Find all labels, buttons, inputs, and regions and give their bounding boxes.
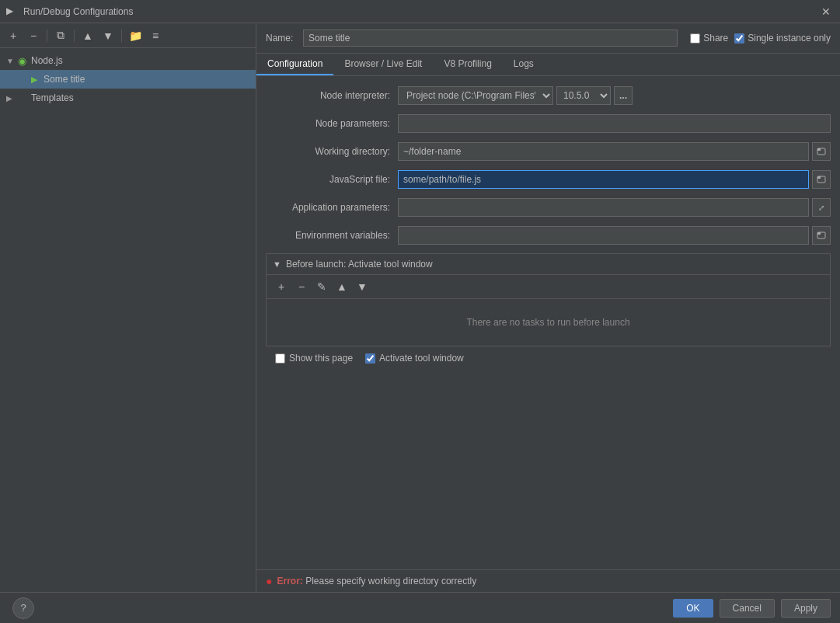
before-launch-section: ▼ Before launch: Activate tool window + … — [266, 253, 831, 346]
form-input-wrap-environment-variables — [398, 226, 831, 245]
tree-node-icon — [16, 92, 28, 104]
form-input-wrap-application-parameters: ⤢ — [398, 198, 831, 217]
environment-variables-input[interactable] — [398, 226, 809, 245]
form-input-wrap-javascript-file — [398, 170, 831, 189]
help-button[interactable]: ? — [12, 597, 34, 619]
tab-content: Node interpreter:Project node (C:\Progra… — [256, 76, 840, 569]
tabs-bar: ConfigurationBrowser / Live EditV8 Profi… — [256, 54, 840, 76]
node-version-dropdown[interactable]: 10.5.0 — [556, 86, 611, 105]
before-launch-title: Before launch: Activate tool window — [286, 259, 433, 270]
toolbar-separator-2 — [74, 30, 75, 42]
share-label[interactable]: Share — [703, 33, 728, 44]
left-panel: + − ⧉ ▲ ▼ 📁 ≡ ▼ ◉ Node.js ▶ Some title ▶… — [0, 23, 256, 592]
before-launch-header[interactable]: ▼ Before launch: Activate tool window — [267, 254, 830, 275]
tab-v8-profiling[interactable]: V8 Profiling — [433, 54, 502, 75]
tab-logs[interactable]: Logs — [503, 54, 545, 75]
error-bold-label: Error: — [277, 576, 302, 586]
ok-button[interactable]: OK — [673, 599, 713, 618]
error-message: Please specify working directory correct… — [305, 576, 476, 586]
check-item-activate-tool-window: Activate tool window — [365, 353, 464, 364]
form-row-node-interpreter: Node interpreter:Project node (C:\Progra… — [266, 85, 831, 106]
tree-node-label: Templates — [31, 92, 74, 103]
more-button[interactable]: ... — [614, 86, 633, 105]
toolbar-separator-3 — [121, 30, 122, 42]
name-row: Name: Share Single instance only — [256, 23, 840, 54]
copy-config-button[interactable]: ⧉ — [52, 27, 69, 44]
tree-node-nodejs[interactable]: ▼ ◉ Node.js — [0, 51, 256, 70]
main-layout: + − ⧉ ▲ ▼ 📁 ≡ ▼ ◉ Node.js ▶ Some title ▶… — [0, 23, 840, 592]
before-launch-toolbar: + − ✎ ▲ ▼ — [267, 275, 830, 299]
form-input-wrap-working-directory — [398, 142, 831, 161]
before-launch-add-button[interactable]: + — [273, 278, 290, 295]
form-label-node-interpreter: Node interpreter: — [266, 90, 398, 101]
form-label-application-parameters: Application parameters: — [266, 202, 398, 213]
error-icon: ● — [266, 575, 272, 587]
bottom-checks: Show this pageActivate tool window — [266, 346, 831, 370]
title-bar: ▶ Run/Debug Configurations ✕ — [0, 0, 840, 23]
app-icon: ▶ — [6, 5, 19, 18]
activate-tool-window-label[interactable]: Activate tool window — [379, 353, 464, 364]
right-panel: Name: Share Single instance only Configu… — [256, 23, 840, 592]
before-launch-down-button[interactable]: ▼ — [354, 278, 371, 295]
apply-button[interactable]: Apply — [781, 599, 831, 618]
check-item-show-this-page: Show this page — [275, 353, 353, 364]
environment-variables-browse-button[interactable] — [812, 226, 831, 245]
open-folder-button[interactable]: 📁 — [127, 27, 144, 44]
tab-browser-live-edit[interactable]: Browser / Live Edit — [333, 54, 433, 75]
bottom-bar: ? OK Cancel Apply — [0, 592, 840, 623]
node-parameters-input[interactable] — [398, 114, 831, 133]
javascript-file-input[interactable] — [398, 170, 809, 189]
share-area: Share — [690, 33, 728, 44]
javascript-file-browse-button[interactable] — [812, 170, 831, 189]
tab-configuration[interactable]: Configuration — [256, 54, 333, 75]
svg-rect-3 — [817, 176, 821, 179]
share-checkbox[interactable] — [690, 33, 700, 44]
tree-node-icon: ▶ — [28, 73, 40, 85]
form-label-javascript-file: JavaScript file: — [266, 174, 398, 185]
tree-arrow: ▼ — [6, 57, 16, 65]
tree-node-icon: ◉ — [16, 54, 28, 67]
before-launch-up-button[interactable]: ▲ — [333, 278, 350, 295]
close-button[interactable]: ✕ — [818, 4, 834, 19]
svg-rect-5 — [817, 232, 821, 235]
add-config-button[interactable]: + — [5, 27, 22, 44]
error-bar: ● Error: Please specify working director… — [256, 569, 840, 592]
single-instance-label[interactable]: Single instance only — [748, 33, 831, 44]
working-directory-input[interactable] — [398, 142, 809, 161]
form-row-working-directory: Working directory: — [266, 141, 831, 162]
window-title: Run/Debug Configurations — [23, 6, 133, 17]
tree-node-templates[interactable]: ▶ Templates — [0, 89, 256, 107]
activate-tool-window-checkbox[interactable] — [365, 353, 375, 364]
tree-node-label: Node.js — [31, 55, 63, 66]
application-parameters-expand-button[interactable]: ⤢ — [812, 198, 831, 217]
svg-rect-1 — [817, 148, 821, 151]
show-this-page-label[interactable]: Show this page — [289, 353, 353, 364]
sort-button[interactable]: ≡ — [147, 27, 164, 44]
form-row-javascript-file: JavaScript file: — [266, 169, 831, 190]
tree-node-label: Some title — [44, 74, 85, 85]
single-instance-checkbox[interactable] — [734, 33, 744, 44]
toolbar-separator — [47, 30, 47, 42]
form-input-wrap-node-parameters — [398, 114, 831, 133]
error-text: Error: Please specify working directory … — [277, 576, 476, 586]
config-tree: ▼ ◉ Node.js ▶ Some title ▶ Templates — [0, 48, 256, 592]
form-input-wrap-node-interpreter: Project node (C:\Program Files\nodejs\no… — [398, 86, 831, 105]
node-interpreter-select[interactable]: Project node (C:\Program Files\nodejs\no… — [398, 86, 553, 105]
form-label-working-directory: Working directory: — [266, 146, 398, 157]
application-parameters-input[interactable] — [398, 198, 809, 217]
before-launch-remove-button[interactable]: − — [293, 278, 310, 295]
cancel-button[interactable]: Cancel — [720, 599, 775, 618]
tree-arrow: ▶ — [6, 94, 16, 103]
working-directory-browse-button[interactable] — [812, 142, 831, 161]
form-row-node-parameters: Node parameters: — [266, 113, 831, 134]
show-this-page-checkbox[interactable] — [275, 353, 285, 364]
single-instance-area: Single instance only — [734, 33, 831, 44]
move-up-button[interactable]: ▲ — [79, 27, 96, 44]
name-field-label: Name: — [266, 33, 297, 44]
tree-node-some-title[interactable]: ▶ Some title — [0, 70, 256, 89]
remove-config-button[interactable]: − — [25, 27, 42, 44]
name-input[interactable] — [303, 30, 678, 47]
move-down-button[interactable]: ▼ — [99, 27, 117, 44]
before-launch-edit-button[interactable]: ✎ — [313, 278, 330, 295]
left-toolbar: + − ⧉ ▲ ▼ 📁 ≡ — [0, 23, 256, 48]
